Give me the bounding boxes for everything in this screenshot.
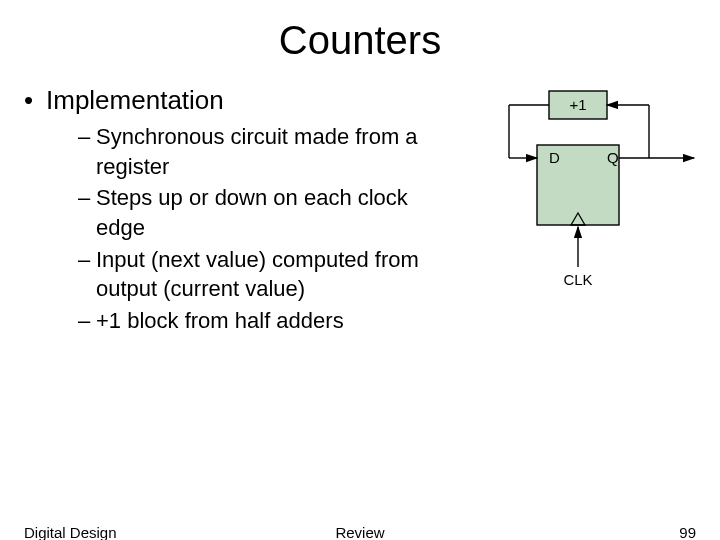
sub-bullet-list: –Synchronous circuit made from a registe…: [78, 122, 454, 336]
heading-text: Implementation: [46, 85, 224, 115]
counter-diagram: +1 D Q CLK: [454, 85, 714, 345]
sub-bullet-text: Synchronous circuit made from a register: [96, 124, 418, 179]
text-column: •Implementation –Synchronous circuit mad…: [24, 85, 454, 338]
sub-bullet: –Input (next value) computed from output…: [78, 245, 454, 304]
bullet-icon: •: [24, 85, 46, 116]
dash-icon: –: [78, 306, 90, 336]
diagram-column: +1 D Q CLK: [454, 85, 692, 338]
dash-icon: –: [78, 122, 90, 152]
footer-left: Digital Design: [24, 524, 117, 540]
dash-icon: –: [78, 183, 90, 213]
main-bullet: •Implementation: [24, 85, 454, 116]
q-label: Q: [607, 149, 619, 166]
sub-bullet-text: Steps up or down on each clock edge: [96, 185, 408, 240]
dash-icon: –: [78, 245, 90, 275]
content-area: •Implementation –Synchronous circuit mad…: [0, 85, 720, 338]
sub-bullet: –Synchronous circuit made from a registe…: [78, 122, 454, 181]
d-label: D: [549, 149, 560, 166]
footer-center: Review: [335, 524, 384, 540]
footer-page-number: 99: [679, 524, 696, 540]
sub-bullet-text: Input (next value) computed from output …: [96, 247, 419, 302]
sub-bullet: –Steps up or down on each clock edge: [78, 183, 454, 242]
sub-bullet-text: +1 block from half adders: [96, 308, 344, 333]
sub-bullet: –+1 block from half adders: [78, 306, 454, 336]
slide-title: Counters: [0, 18, 720, 63]
incrementer-label: +1: [569, 96, 586, 113]
clk-label: CLK: [563, 271, 592, 288]
